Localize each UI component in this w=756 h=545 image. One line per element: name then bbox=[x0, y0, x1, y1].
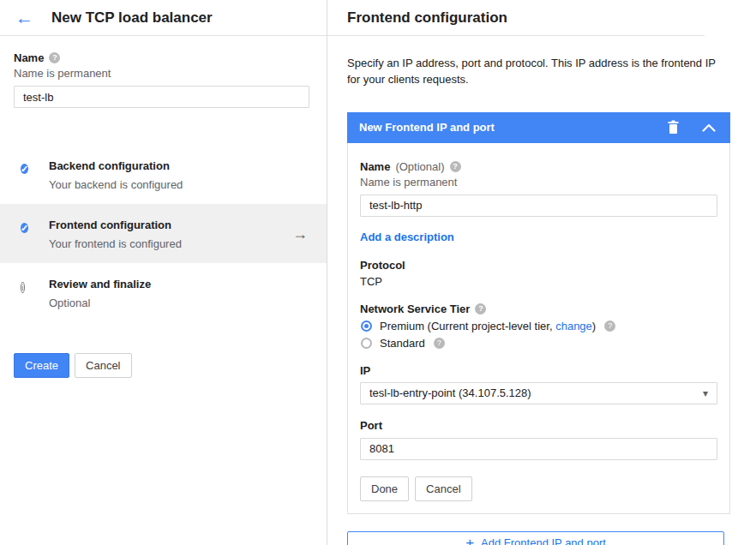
add-frontend-label: Add Frontend IP and port bbox=[481, 536, 606, 545]
wizard-sidebar: New TCP load balancer Name Name is perma… bbox=[0, 0, 327, 545]
add-frontend-ip-port-button[interactable]: Add Frontend IP and port bbox=[347, 531, 724, 545]
sidebar-header: New TCP load balancer bbox=[0, 0, 327, 36]
step-subtitle: Your frontend is configured bbox=[49, 237, 182, 250]
frontend-name-hint: Name is permanent bbox=[360, 176, 717, 189]
done-button[interactable]: Done bbox=[360, 476, 409, 501]
help-icon[interactable] bbox=[434, 338, 445, 349]
step-subtitle: Optional bbox=[49, 296, 151, 309]
panel-header: Frontend configuration bbox=[327, 0, 705, 36]
cancel-button[interactable]: Cancel bbox=[75, 353, 131, 378]
help-icon[interactable] bbox=[475, 303, 486, 314]
step-subtitle: Your backend is configured bbox=[49, 178, 183, 191]
frontend-cancel-button[interactable]: Cancel bbox=[415, 476, 471, 501]
port-input[interactable] bbox=[360, 438, 717, 460]
back-arrow-icon[interactable] bbox=[15, 9, 51, 27]
card-form-buttons: Done Cancel bbox=[360, 476, 717, 501]
step-title: Backend configuration bbox=[49, 159, 183, 172]
add-description-link[interactable]: Add a description bbox=[360, 231, 454, 243]
frontend-configuration-panel: Frontend configuration Specify an IP add… bbox=[327, 0, 756, 545]
card-body: Name (Optional) Name is permanent Add a … bbox=[347, 143, 730, 514]
frontend-name-input[interactable] bbox=[360, 195, 717, 217]
plus-icon bbox=[465, 536, 474, 545]
network-tier-label: Network Service Tier bbox=[360, 302, 470, 315]
step-complete-check-icon bbox=[21, 164, 28, 174]
collapse-card-button[interactable] bbox=[702, 123, 716, 132]
active-step-arrow-icon bbox=[292, 225, 308, 243]
change-tier-link[interactable]: change bbox=[555, 320, 592, 332]
step-info-icon bbox=[21, 282, 25, 293]
lb-name-section: Name Name is permanent bbox=[0, 36, 327, 108]
card-header: New Frontend IP and port bbox=[347, 112, 730, 143]
panel-description: Specify an IP address, port and protocol… bbox=[347, 56, 730, 88]
tier-standard-text: Standard bbox=[380, 337, 425, 350]
tier-premium-option[interactable]: Premium (Current project-level tier, cha… bbox=[360, 320, 717, 332]
chevron-up-icon bbox=[702, 123, 716, 132]
frontend-ip-port-card: New Frontend IP and port Name bbox=[347, 112, 730, 514]
protocol-value: TCP bbox=[360, 275, 717, 288]
network-tier-label-row: Network Service Tier bbox=[360, 302, 717, 315]
ip-selected-value: tesl-lb-entry-point (34.107.5.128) bbox=[369, 386, 531, 399]
port-label: Port bbox=[360, 419, 717, 432]
step-complete-check-icon bbox=[21, 223, 28, 233]
optional-tag: (Optional) bbox=[395, 160, 444, 173]
radio-unselected-icon bbox=[361, 338, 372, 349]
lb-name-label: Name bbox=[14, 51, 44, 64]
radio-selected-icon bbox=[361, 320, 372, 332]
tier-premium-suffix: ) bbox=[592, 320, 596, 332]
panel-title: Frontend configuration bbox=[347, 9, 507, 27]
page-title: New TCP load balancer bbox=[51, 9, 213, 27]
dropdown-caret-icon bbox=[703, 387, 708, 399]
lb-name-input[interactable] bbox=[14, 86, 309, 108]
step-title: Frontend configuration bbox=[49, 219, 182, 231]
step-backend-configuration[interactable]: Backend configuration Your backend is co… bbox=[0, 145, 327, 204]
tier-premium-text: Premium (Current project-level tier, bbox=[380, 320, 555, 332]
tier-standard-option[interactable]: Standard bbox=[360, 337, 717, 350]
card-title: New Frontend IP and port bbox=[359, 121, 667, 134]
lb-name-hint: Name is permanent bbox=[14, 67, 309, 80]
trash-icon bbox=[667, 120, 680, 135]
help-icon[interactable] bbox=[604, 320, 615, 332]
help-icon[interactable] bbox=[450, 161, 461, 172]
ip-label: IP bbox=[360, 364, 717, 377]
step-review-and-finalize[interactable]: Review and finalize Optional bbox=[0, 263, 327, 322]
delete-frontend-button[interactable] bbox=[667, 120, 680, 135]
frontend-name-label-row: Name (Optional) bbox=[360, 160, 717, 173]
wizard-actions: Create Cancel bbox=[14, 353, 313, 378]
create-button[interactable]: Create bbox=[14, 353, 69, 378]
ip-select[interactable]: tesl-lb-entry-point (34.107.5.128) bbox=[360, 382, 717, 404]
step-frontend-configuration[interactable]: Frontend configuration Your frontend is … bbox=[0, 204, 327, 263]
help-icon[interactable] bbox=[49, 52, 60, 63]
frontend-name-label: Name bbox=[360, 160, 390, 173]
step-title: Review and finalize bbox=[49, 278, 151, 290]
protocol-label: Protocol bbox=[360, 259, 717, 272]
wizard-steps: Backend configuration Your backend is co… bbox=[0, 145, 327, 322]
lb-name-label-row: Name bbox=[14, 51, 309, 64]
